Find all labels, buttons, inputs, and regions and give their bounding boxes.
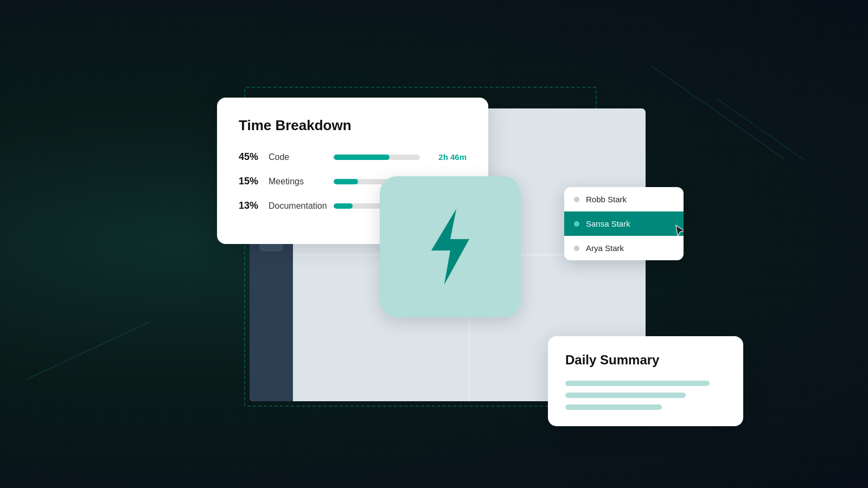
- daily-summary-card: Daily Summary: [548, 336, 743, 426]
- lightning-icon-card: [380, 176, 521, 317]
- code-percent: 45%: [239, 151, 269, 163]
- documentation-percent: 13%: [239, 200, 269, 211]
- documentation-category: Documentation: [269, 201, 334, 211]
- user-item-sansa[interactable]: Sansa Stark: [564, 211, 684, 236]
- documentation-bar-fill: [334, 203, 353, 209]
- code-category: Code: [269, 152, 334, 162]
- user-item-arya[interactable]: Arya Stark: [564, 236, 684, 260]
- user-dot-robb: [574, 197, 579, 202]
- time-breakdown-title: Time Breakdown: [239, 117, 467, 134]
- meetings-category: Meetings: [269, 177, 334, 187]
- summary-line-2: [565, 393, 686, 398]
- user-name-sansa: Sansa Stark: [586, 219, 630, 228]
- user-dot-arya: [574, 246, 579, 251]
- meetings-percent: 15%: [239, 176, 269, 187]
- code-bar-fill: [334, 155, 390, 160]
- user-dropdown-card[interactable]: Robb Stark Sansa Stark Arya Stark: [564, 187, 684, 260]
- user-name-robb: Robb Stark: [586, 195, 627, 204]
- user-dot-sansa: [574, 221, 579, 227]
- meetings-bar-fill: [334, 179, 358, 184]
- user-name-arya: Arya Stark: [586, 243, 624, 253]
- code-bar-track: [334, 155, 420, 160]
- summary-line-1: [565, 381, 710, 386]
- daily-summary-title: Daily Summary: [565, 352, 726, 368]
- scene-container: Time Breakdown 45% Code 2h 46m 15% Meeti…: [136, 54, 732, 434]
- user-item-robb[interactable]: Robb Stark: [564, 187, 684, 211]
- svg-marker-0: [431, 209, 469, 285]
- code-time: 2h 46m: [429, 152, 467, 162]
- lightning-icon: [418, 209, 483, 285]
- main-content: Time Breakdown 45% Code 2h 46m 15% Meeti…: [0, 0, 868, 488]
- summary-line-3: [565, 404, 662, 410]
- breakdown-row-code: 45% Code 2h 46m: [239, 151, 467, 163]
- cursor-pointer: [673, 223, 684, 240]
